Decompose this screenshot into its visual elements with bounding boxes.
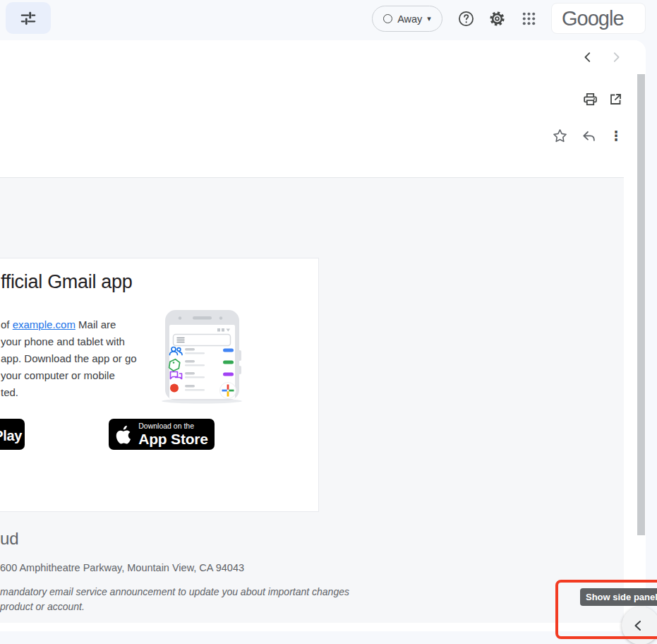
help-button[interactable] (452, 4, 480, 32)
footer-legal: mandatory email service announcement to … (0, 585, 349, 614)
reply-button[interactable] (574, 121, 602, 150)
more-options-button[interactable]: ⋮ (602, 121, 630, 150)
print-icon (582, 91, 598, 107)
star-icon (552, 128, 568, 144)
older-email-button[interactable] (602, 43, 630, 71)
chevron-down-icon: ▾ (427, 14, 431, 23)
status-label: Away (397, 13, 422, 25)
gmail-window: Away ▾ (0, 0, 657, 644)
more-vert-icon: ⋮ (610, 128, 623, 143)
open-in-new-icon (608, 92, 623, 107)
google-play-badge[interactable]: ON gle Play (0, 419, 25, 450)
open-in-new-button[interactable] (601, 85, 629, 113)
gear-icon (488, 10, 506, 28)
app-store-badge[interactable]: Download on the App Store (109, 419, 215, 450)
status-selector[interactable]: Away ▾ (372, 6, 442, 32)
chevron-left-icon (632, 619, 646, 633)
footer-address: 600 Amphitheatre Parkway, Mountain View,… (0, 562, 244, 573)
paragraph-line: your phone and tablet with (1, 333, 156, 350)
apps-grid-button[interactable] (514, 4, 543, 32)
example-link[interactable]: example.com (13, 318, 76, 330)
print-button[interactable] (576, 85, 604, 113)
newer-email-button[interactable] (574, 43, 602, 71)
header-bar: Away ▾ (0, 0, 657, 40)
help-icon (457, 10, 475, 28)
settings-button[interactable] (483, 4, 511, 32)
paragraph-line: app. Download the app or go (1, 350, 156, 367)
status-away-icon (383, 14, 392, 23)
promo-card: fficial Gmail app of example.com Mail ar… (0, 258, 319, 512)
email-body: fficial Gmail app of example.com Mail ar… (0, 178, 624, 623)
paragraph-line: of example.com Mail are (1, 316, 156, 333)
reply-icon (580, 128, 596, 144)
google-logo-box[interactable]: Google (551, 3, 646, 34)
phone-illustration (152, 306, 251, 408)
paragraph-line: ted. (1, 384, 156, 401)
play-badge-name: gle Play (0, 428, 22, 444)
star-button[interactable] (546, 121, 574, 150)
app-store-badge-text: Download on the App Store (138, 422, 208, 447)
chevron-left-icon (581, 51, 594, 64)
tune-icon (19, 9, 37, 28)
reading-pane: ⋮ fficial Gmail app of example.com Mail … (0, 40, 646, 631)
chevron-right-icon (610, 51, 622, 64)
footer-brand: ud (0, 529, 19, 549)
apps-grid-icon (521, 11, 537, 27)
scrollbar-thumb[interactable] (637, 74, 645, 535)
tune-filter-button[interactable] (6, 2, 51, 34)
side-panel-tooltip: Show side panel (580, 588, 657, 606)
google-logo: Google (562, 7, 624, 30)
paragraph-line: your computer or mobile (1, 367, 156, 384)
email-heading: fficial Gmail app (1, 271, 132, 293)
apple-icon (115, 424, 132, 445)
email-paragraph: of example.com Mail are your phone and t… (1, 316, 156, 401)
show-side-panel-button[interactable] (622, 607, 657, 644)
